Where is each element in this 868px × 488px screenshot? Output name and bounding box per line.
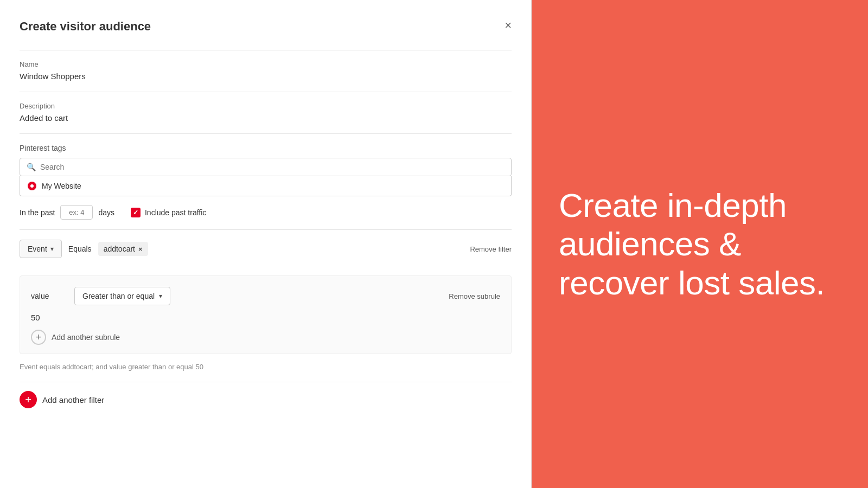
include-traffic-label: Include past traffic bbox=[145, 208, 206, 217]
radio-button[interactable] bbox=[28, 182, 36, 190]
tag-option-box[interactable]: My Website bbox=[20, 176, 512, 196]
add-subrule-row[interactable]: + Add another subrule bbox=[31, 330, 500, 345]
chip-remove-button[interactable]: × bbox=[138, 245, 143, 253]
operator-dropdown[interactable]: Greater than or equal ▾ bbox=[74, 287, 170, 305]
add-subrule-label: Add another subrule bbox=[52, 333, 120, 342]
days-input[interactable] bbox=[60, 205, 93, 220]
close-button[interactable]: × bbox=[505, 20, 512, 31]
remove-filter-button[interactable]: Remove filter bbox=[470, 245, 512, 253]
modal-panel: Create visitor audience × Name Window Sh… bbox=[0, 0, 532, 488]
add-filter-icon: + bbox=[20, 391, 37, 408]
equals-text: Equals bbox=[68, 245, 92, 253]
search-input[interactable] bbox=[40, 163, 505, 171]
include-traffic-wrapper: ✓ Include past traffic bbox=[131, 208, 206, 217]
modal-title: Create visitor audience bbox=[20, 20, 151, 34]
operator-chevron-icon: ▾ bbox=[159, 292, 162, 300]
search-box: 🔍 bbox=[20, 158, 512, 176]
chevron-down-icon: ▾ bbox=[50, 245, 54, 253]
name-section: Name Window Shoppers bbox=[20, 60, 512, 81]
past-label-after: days bbox=[98, 208, 114, 217]
subrule-section: value Greater than or equal ▾ Remove sub… bbox=[20, 275, 512, 354]
pinterest-tags-section: Pinterest tags 🔍 My Website bbox=[20, 144, 512, 196]
subrule-number-value: 50 bbox=[31, 313, 500, 322]
divider-4 bbox=[20, 229, 512, 230]
add-filter-label: Add another filter bbox=[42, 395, 104, 404]
add-filter-row[interactable]: + Add another filter bbox=[20, 382, 512, 408]
operator-label: Greater than or equal bbox=[82, 292, 155, 300]
event-label: Event bbox=[28, 245, 47, 253]
past-row: In the past days ✓ Include past traffic bbox=[20, 205, 512, 220]
radio-inner bbox=[30, 184, 34, 188]
search-icon: 🔍 bbox=[27, 163, 36, 171]
modal-header: Create visitor audience × bbox=[20, 20, 512, 34]
tag-option-label: My Website bbox=[42, 182, 81, 190]
value-label: value bbox=[31, 292, 63, 300]
past-label-before: In the past bbox=[20, 208, 55, 217]
divider-1 bbox=[20, 50, 512, 50]
tag-chip-value: addtocart bbox=[104, 245, 135, 253]
description-section: Description Added to cart bbox=[20, 102, 512, 123]
promo-panel: Create in-depth audiences & recover lost… bbox=[532, 0, 868, 488]
pinterest-tags-label: Pinterest tags bbox=[20, 144, 512, 152]
include-traffic-checkbox[interactable]: ✓ bbox=[131, 208, 141, 217]
tag-chip: addtocart × bbox=[98, 242, 148, 256]
name-value: Window Shoppers bbox=[20, 72, 512, 81]
divider-3 bbox=[20, 133, 512, 134]
subrule-row: value Greater than or equal ▾ Remove sub… bbox=[31, 287, 500, 305]
description-value: Added to cart bbox=[20, 113, 512, 123]
divider-2 bbox=[20, 92, 512, 92]
checkbox-check-icon: ✓ bbox=[133, 209, 138, 216]
promo-text: Create in-depth audiences & recover lost… bbox=[559, 186, 841, 302]
filter-row: Event ▾ Equals addtocart × Remove filter bbox=[20, 240, 512, 267]
description-label: Description bbox=[20, 102, 512, 110]
event-dropdown[interactable]: Event ▾ bbox=[20, 240, 62, 258]
remove-subrule-button[interactable]: Remove subrule bbox=[449, 292, 500, 300]
summary-text: Event equals addtocart; and value greate… bbox=[20, 363, 512, 371]
name-label: Name bbox=[20, 60, 512, 68]
add-subrule-icon: + bbox=[31, 330, 46, 345]
